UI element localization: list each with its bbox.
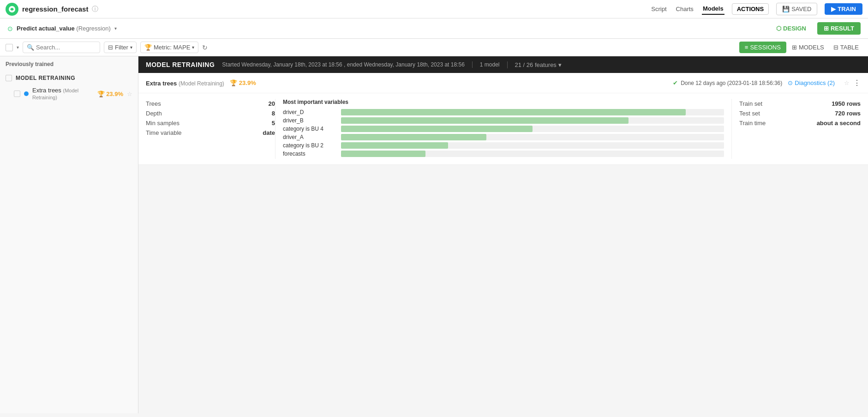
var-bar-container-2 xyxy=(341,126,724,132)
search-input[interactable] xyxy=(36,44,96,51)
models-icon: ⊞ xyxy=(792,44,797,51)
var-bar-2 xyxy=(341,126,533,132)
toolbar-right: ≡ SESSIONS ⊞ MODELS ⊟ TABLE xyxy=(739,42,862,53)
features-chevron: ▾ xyxy=(558,61,562,68)
var-driver-a: driver_A xyxy=(283,134,724,140)
star-icon[interactable]: ☆ xyxy=(127,91,132,97)
filter-button[interactable]: ⊟ Filter ▾ xyxy=(104,42,137,53)
model-status: ✔ Done 12 days ago (2023-01-18 18:56:36) xyxy=(673,79,782,86)
top-nav-left: regression_forecast ⓘ xyxy=(6,3,98,16)
top-nav-right: Script Charts Models ACTIONS 💾 SAVED ▶ T… xyxy=(650,3,862,15)
var-bar-3 xyxy=(341,134,486,140)
param-time-variable: Time variable date xyxy=(146,128,275,138)
saved-label: SAVED xyxy=(791,6,811,12)
trophy-icon-card: 🏆 xyxy=(230,79,237,86)
item-checkbox[interactable] xyxy=(14,91,20,97)
var-driver-b: driver_B xyxy=(283,117,724,124)
train-label: TRAIN xyxy=(838,6,856,12)
select-all-checkbox[interactable] xyxy=(6,44,13,51)
table-icon: ⊟ xyxy=(833,44,838,51)
top-nav: regression_forecast ⓘ Script Charts Mode… xyxy=(0,0,868,18)
dropdown-chevron[interactable]: ▾ xyxy=(17,45,19,50)
filter-dropdown-icon: ▾ xyxy=(130,45,132,50)
trophy-icon-small: 🏆 xyxy=(97,91,105,97)
stat-train-set: Train set 1950 rows xyxy=(739,99,861,109)
important-vars: Most important variables driver_D driver… xyxy=(275,99,731,159)
filter-label: Filter xyxy=(115,44,128,51)
var-bar-1 xyxy=(341,117,629,124)
saved-button[interactable]: 💾 SAVED xyxy=(776,3,817,15)
metric-label: Metric: MAPE xyxy=(154,44,190,51)
design-button[interactable]: ⬡ DESIGN xyxy=(771,22,812,35)
trophy-icon: 🏆 xyxy=(144,44,152,51)
sidebar: Previously trained MODEL RETRAINING Extr… xyxy=(0,56,138,413)
train-button[interactable]: ▶ TRAIN xyxy=(825,3,862,15)
model-card: Extra trees (Model Retraining) 🏆 23.9% ✔… xyxy=(138,73,868,165)
nav-models[interactable]: Models xyxy=(702,3,724,15)
model-score: 🏆 23.9% xyxy=(97,91,123,97)
predict-type: (Regression) xyxy=(76,25,110,32)
nav-script[interactable]: Script xyxy=(650,4,667,14)
design-icon: ⬡ xyxy=(776,25,781,32)
predict-target: Predict actual_value xyxy=(17,25,75,32)
sessions-icon: ≡ xyxy=(745,44,748,51)
models-button[interactable]: ⊞ MODELS xyxy=(788,42,828,53)
diagnostics-link[interactable]: ⊙ Diagnostics (2) xyxy=(788,79,835,86)
model-star-icon[interactable]: ☆ xyxy=(844,79,850,86)
design-label: DESIGN xyxy=(783,25,806,32)
param-trees: Trees 20 xyxy=(146,99,275,109)
var-driver-d: driver_D xyxy=(283,109,724,115)
refresh-button[interactable]: ↻ xyxy=(202,44,208,51)
toolbar-left: ▾ 🔍 ⊟ Filter ▾ 🏆 Metric: MAPE ▾ ↻ xyxy=(6,42,208,53)
table-button[interactable]: ⊟ TABLE xyxy=(830,42,862,53)
predict-dropdown[interactable]: ▾ xyxy=(114,26,117,31)
result-label: RESULT xyxy=(831,25,854,32)
retraining-models-count: 1 model xyxy=(472,61,500,68)
sidebar-header: Previously trained xyxy=(0,56,138,72)
var-bar-4 xyxy=(341,142,448,149)
retraining-title: MODEL RETRAINING xyxy=(146,61,215,68)
predict-label: Predict actual_value (Regression) xyxy=(17,25,111,32)
stat-test-set: Test set 720 rows xyxy=(739,109,861,118)
model-details: Trees 20 Depth 8 Min samples 5 Time vari… xyxy=(138,93,868,164)
sessions-button[interactable]: ≡ SESSIONS xyxy=(739,42,786,53)
status-text: Done 12 days ago (2023-01-18 18:56:36) xyxy=(681,80,782,86)
play-icon: ▶ xyxy=(831,6,836,12)
group-checkbox[interactable] xyxy=(6,75,12,81)
metric-select[interactable]: 🏆 Metric: MAPE ▾ xyxy=(140,42,198,53)
nav-charts[interactable]: Charts xyxy=(675,4,694,14)
result-button[interactable]: ⊞ RESULT xyxy=(817,22,861,35)
table-label: TABLE xyxy=(840,44,859,51)
card-actions: ☆ ⋮ xyxy=(844,79,861,87)
main-layout: Previously trained MODEL RETRAINING Extr… xyxy=(0,56,868,413)
model-params: Trees 20 Depth 8 Min samples 5 Time vari… xyxy=(146,99,275,159)
var-forecasts: forecasts xyxy=(283,151,724,157)
param-min-samples: Min samples 5 xyxy=(146,118,275,128)
search-box: 🔍 xyxy=(23,42,100,53)
sidebar-group-model-retraining: MODEL RETRAINING xyxy=(0,72,138,84)
retraining-meta: Started Wednesday, January 18th, 2023 at… xyxy=(222,61,465,68)
models-label: MODELS xyxy=(799,44,824,51)
save-icon: 💾 xyxy=(782,6,790,12)
sidebar-item-extra-trees[interactable]: Extra trees (Model Retraining) 🏆 23.9% ☆ xyxy=(0,84,138,103)
group-label: MODEL RETRAINING xyxy=(16,75,75,81)
var-bar-container-3 xyxy=(341,134,724,140)
metric-dropdown-icon: ▾ xyxy=(192,45,194,50)
retraining-features[interactable]: 21 / 26 features ▾ xyxy=(507,61,562,68)
predict-icon: ⊙ xyxy=(7,25,13,32)
subheader-left: ⊙ Predict actual_value (Regression) ▾ xyxy=(7,25,117,32)
actions-button[interactable]: ACTIONS xyxy=(732,3,769,15)
model-card-title: Extra trees (Model Retraining) xyxy=(146,79,224,87)
var-bar-container-0 xyxy=(341,109,724,115)
subheader: ⊙ Predict actual_value (Regression) ▾ ⬡ … xyxy=(0,18,868,39)
more-options-icon[interactable]: ⋮ xyxy=(853,79,861,87)
model-dot xyxy=(24,91,29,96)
var-category-bu4: category is BU 4 xyxy=(283,126,724,132)
project-title: regression_forecast xyxy=(22,5,88,13)
toolbar: ▾ 🔍 ⊟ Filter ▾ 🏆 Metric: MAPE ▾ ↻ ≡ SESS… xyxy=(0,39,868,56)
info-icon[interactable]: ⓘ xyxy=(92,5,98,13)
var-category-bu2: category is BU 2 xyxy=(283,142,724,149)
result-icon: ⊞ xyxy=(824,25,829,32)
model-name: Extra trees (Model Retraining) xyxy=(32,87,94,101)
search-icon: 🔍 xyxy=(27,44,34,51)
